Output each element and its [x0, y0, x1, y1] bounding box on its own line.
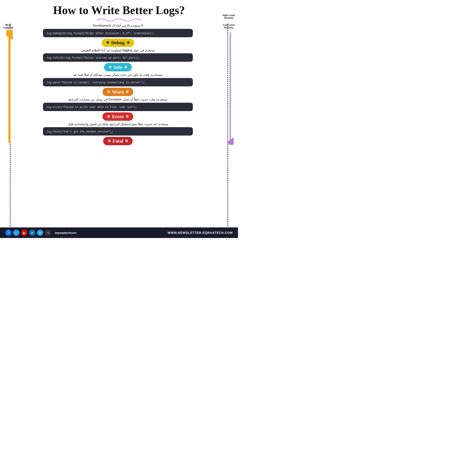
github-icon[interactable]: ⌥: [45, 230, 51, 236]
error-label: Error: [112, 114, 124, 119]
error-badge: ✳ Error ✳: [102, 112, 134, 121]
footer-bar: f 🐦 ▶ in ✈ ⌥ /eqraaatechcom WWW.NEWSLETT…: [0, 227, 238, 238]
debug-section: لا تستخدم إلا في أثناء ال Development lo…: [18, 24, 218, 48]
warn-asterisk-left: ✳: [107, 89, 110, 94]
debug-code-block: log.debug(String.format("Order after dis…: [43, 29, 193, 37]
fatal-label: Fatal: [113, 138, 123, 144]
error-arabic-desc: نستخدمه وقت حدوث خطأ أو حصل Exception في…: [68, 97, 167, 102]
warn-asterisk-right: ✳: [126, 89, 129, 94]
youtube-icon[interactable]: ▶: [21, 230, 27, 236]
error-section: نستخدمه وقت حدوث خطأ أو حصل Exception في…: [18, 97, 218, 122]
info-asterisk-right: ✳: [124, 65, 127, 70]
error-code: log.error("Failed to write user data to …: [47, 106, 137, 109]
fatal-code: log.fatal("Can't get the needed version"…: [47, 130, 113, 133]
fatal-arabic-desc: يستخدم عند حدوث خطأ يمنع استكمال البرنام…: [68, 122, 168, 126]
content-wrapper: Most Logging Least Logging Low LevelSeve…: [0, 24, 238, 238]
fatal-asterisk-left: ✳: [107, 139, 111, 143]
low-level-label: Low LevelSeverity: [220, 24, 238, 29]
telegram-icon[interactable]: ✈: [37, 230, 43, 236]
info-section: يستخدم في عمل logging لمعلومة عن أداء ال…: [18, 48, 218, 72]
warn-label: Warn: [112, 89, 124, 95]
warn-arabic-desc: بنستخدمه وقت ما يكون في حدث ممكن يسبب مش…: [73, 73, 163, 77]
error-asterisk-left: ✳: [107, 114, 110, 119]
yellow-arrow-icon: [6, 30, 13, 145]
debug-label: Debug: [111, 40, 124, 46]
linkedin-icon[interactable]: in: [29, 230, 35, 236]
high-level-label: High LevelSeverity: [220, 14, 238, 19]
info-asterisk-left: ✳: [108, 65, 112, 70]
warn-code-block: log.warn("Failed to connect, retrying co…: [43, 78, 193, 86]
debug-code: log.debug(String.format("Order after dis…: [47, 32, 154, 35]
info-code-block: log.Info(String.format("Server started o…: [43, 53, 193, 62]
twitter-icon[interactable]: 🐦: [13, 230, 19, 236]
info-code: log.Info(String.format("Server started o…: [47, 56, 140, 60]
error-asterisk-right: ✳: [126, 114, 129, 119]
facebook-icon[interactable]: f: [5, 230, 12, 236]
debug-arabic-desc: لا تستخدم إلا في أثناء ال Development: [93, 24, 143, 28]
page-title: How to Write Better Logs?: [0, 0, 238, 17]
purple-arrow-icon: [227, 30, 234, 145]
error-code-block: log.error("Failed to write user data to …: [43, 103, 193, 111]
debug-asterisk-left: ✳: [106, 40, 109, 45]
warn-badge: ✳ Warn ✳: [102, 88, 133, 96]
debug-asterisk-right: ✳: [126, 40, 130, 45]
fatal-code-block: log.fatal("Can't get the needed version"…: [43, 127, 193, 136]
warn-section: بنستخدمه وقت ما يكون في حدث ممكن يسبب مش…: [18, 73, 218, 97]
warn-code: log.warn("Failed to connect, retrying co…: [47, 81, 145, 84]
footer-left: f 🐦 ▶ in ✈ ⌥ /eqraaatechcom: [5, 230, 76, 236]
most-logging-label: Most Logging: [0, 24, 16, 29]
title-decoration: [0, 17, 238, 22]
footer-handle: /eqraaatechcom: [55, 231, 76, 235]
info-arabic-desc: يستخدم في عمل logging لمعلومة عن أداء ال…: [81, 48, 155, 53]
log-levels-column: لا تستخدم إلا في أثناء ال Development lo…: [18, 24, 218, 147]
left-labels: Most Logging Least Logging: [0, 24, 18, 238]
fatal-asterisk-right: ✳: [125, 139, 128, 143]
info-badge: ✳ Info ✳: [104, 63, 132, 71]
fatal-section: يستخدم عند حدوث خطأ يمنع استكمال البرنام…: [18, 122, 218, 146]
debug-badge: ✳ Debug ✳: [102, 39, 134, 47]
fatal-badge: ✳ Fatal ✳: [103, 137, 133, 145]
info-label: Info: [114, 64, 122, 70]
footer-url: WWW.NEWSLETTER.EQRAATECH.COM: [168, 231, 233, 235]
